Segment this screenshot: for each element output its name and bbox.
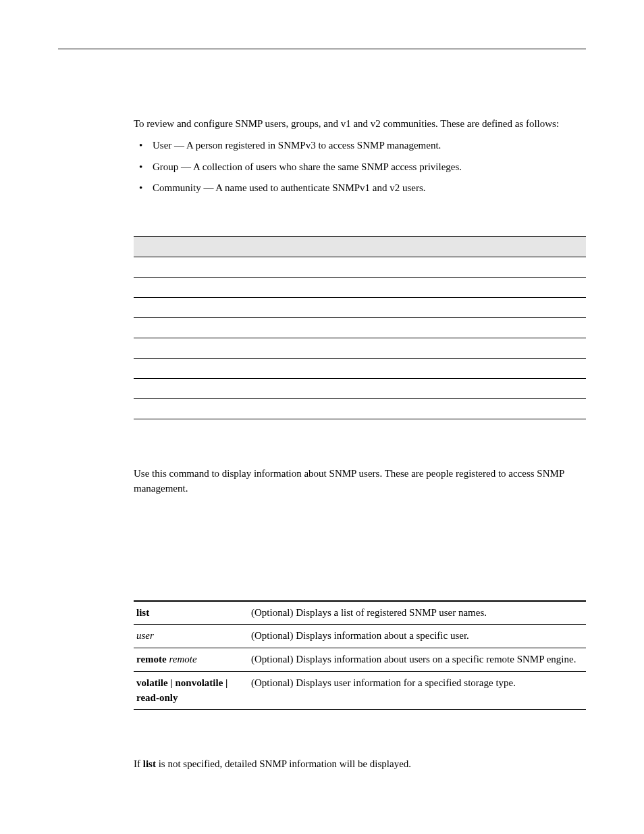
table-row [134,257,586,278]
bullet-item: Group — A collection of users who share … [136,160,586,175]
page-rule [58,49,586,49]
ref-header-right [360,237,586,257]
defaults-text: If list is not specified, detailed SNMP … [134,757,586,772]
bullet-item: Community — A name used to authenticate … [136,181,586,196]
reference-table [134,236,586,419]
param-desc: (Optional) Displays information about a … [248,625,586,648]
table-row: list (Optional) Displays a list of regis… [134,601,586,625]
param-arg: user [136,630,154,641]
intro-lead: To review and configure SNMP users, grou… [134,117,586,132]
table-row [134,379,586,399]
table-row [134,318,586,338]
param-name: list [136,607,149,618]
param-arg: remote [167,654,197,664]
table-row [134,399,586,419]
param-name: remote [136,654,167,664]
table-row [134,278,586,298]
table-row [134,338,586,359]
param-desc: (Optional) Displays information about us… [248,648,586,672]
param-desc: (Optional) Displays a list of registered… [248,601,586,625]
intro-bullet-list: User — A person registered in SNMPv3 to … [134,138,586,196]
parameters-table: list (Optional) Displays a list of regis… [134,600,586,710]
param-name: volatile | nonvolatile | read-only [136,677,227,703]
table-row: user (Optional) Displays information abo… [134,625,586,648]
command-description: Use this command to display information … [134,467,586,496]
bullet-item: User — A person registered in SNMPv3 to … [136,138,586,153]
ref-header-left [134,237,360,257]
table-row [134,359,586,379]
table-row: volatile | nonvolatile | read-only (Opti… [134,671,586,710]
param-desc: (Optional) Displays user information for… [248,671,586,710]
table-row: remote remote (Optional) Displays inform… [134,648,586,672]
table-row [134,298,586,318]
